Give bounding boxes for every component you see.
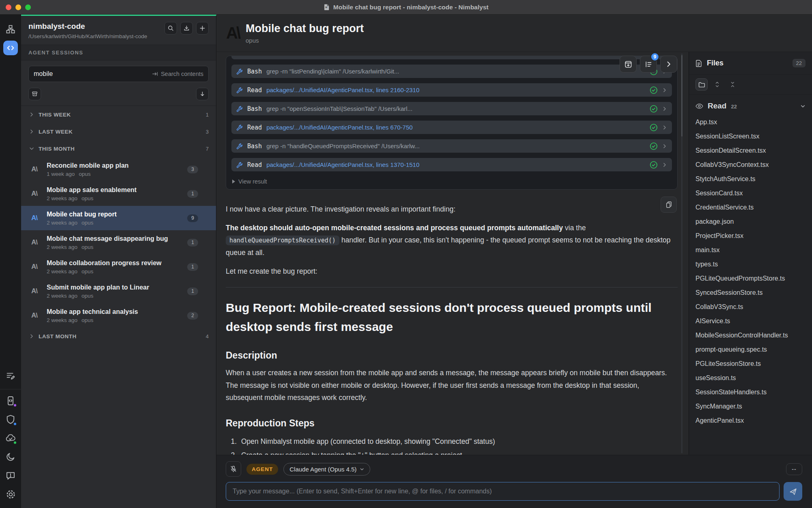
read-section-header[interactable]: Read 22 [689, 95, 812, 113]
file-row[interactable]: SyncManager.ts [695, 399, 806, 413]
queued-prompts-button[interactable]: 9 [640, 56, 657, 73]
chevron-down-icon [29, 146, 34, 151]
session-title: Mobile app sales enablement [47, 186, 181, 194]
save-result-button[interactable] [620, 56, 637, 73]
tool-file-link[interactable]: packages/.../UnifiedAI/AgenticPanel.tsx,… [266, 124, 645, 131]
session-title: Mobile app technical analysis [47, 308, 181, 316]
session-meta: 2 weeks agoopus [47, 244, 181, 250]
collapse-panel-button[interactable] [660, 56, 677, 73]
scrollbar-thumb[interactable] [681, 55, 682, 136]
session-list-item[interactable]: A\Mobile collaboration progress review2 … [21, 255, 216, 279]
chevron-right-icon[interactable] [662, 144, 667, 149]
shield-icon[interactable] [3, 412, 18, 427]
file-row[interactable]: CollabV3Sync.ts [695, 300, 806, 314]
composer-more-button[interactable]: -- [786, 463, 802, 475]
send-button[interactable] [784, 482, 802, 501]
gear-icon[interactable] [3, 487, 18, 502]
anthropic-logo-icon: A\ [31, 311, 41, 320]
chevron-right-icon[interactable] [662, 88, 667, 93]
collapse-all-button[interactable] [726, 78, 739, 91]
session-search-box[interactable]: Search contents [28, 66, 209, 82]
message-divider [226, 287, 678, 288]
session-list-item[interactable]: A\Mobile chat bug report2 weeks agoopus9 [21, 206, 216, 230]
file-row[interactable]: package.json [695, 214, 806, 229]
feedback-icon[interactable] [3, 468, 18, 483]
file-row[interactable]: PGLiteQueuedPromptsStore.ts [695, 271, 806, 285]
tool-row-clipped[interactable] [231, 56, 672, 59]
titlebar: M Mobile chat bug report - nimbalyst-cod… [0, 0, 812, 15]
session-group-row[interactable]: THIS WEEK1 [21, 106, 216, 123]
file-row[interactable]: SyncedSessionStore.ts [695, 285, 806, 300]
file-row[interactable]: App.tsx [695, 115, 806, 129]
session-group-row[interactable]: LAST MONTH4 [21, 328, 216, 345]
tool-file-link[interactable]: packages/.../UnifiedAI/AgenticPanel.tsx,… [266, 86, 645, 93]
session-meta: 2 weeks agoopus [47, 220, 181, 226]
bug-report-title: Bug Report: Mobile-created sessions don'… [226, 298, 678, 336]
chevron-right-icon[interactable] [662, 162, 667, 167]
session-list-item[interactable]: A\Reconcile mobile app plan1 week agoopu… [21, 157, 216, 182]
file-row[interactable]: SessionCard.tsx [695, 186, 806, 200]
chevron-down-icon[interactable] [800, 104, 806, 109]
file-row[interactable]: CollabV3SyncContext.tsx [695, 158, 806, 172]
file-row[interactable]: main.tsx [695, 243, 806, 257]
session-list-item[interactable]: A\Mobile chat message disappearing bug2 … [21, 230, 216, 255]
success-check-icon [650, 86, 658, 94]
archive-filter-button[interactable] [28, 88, 41, 100]
agent-mode-badge[interactable]: AGENT [246, 464, 278, 475]
file-row[interactable]: prompt-queueing.spec.ts [695, 342, 806, 357]
chevron-right-icon[interactable] [662, 106, 667, 111]
file-row[interactable]: SessionListScreen.tsx [695, 129, 806, 143]
session-group-row[interactable]: THIS MONTH7 [21, 140, 216, 157]
tool-call-row[interactable]: Readpackages/.../UnifiedAI/AgenticPanel.… [231, 121, 672, 134]
session-list-item[interactable]: A\Submit mobile app plan to Linear2 week… [21, 279, 216, 303]
zoom-window-button[interactable] [25, 4, 31, 10]
search-button[interactable] [164, 22, 177, 35]
tool-call-row[interactable]: Bashgrep -n "handleQueuedPromptsReceived… [231, 139, 672, 153]
file-row[interactable]: ProjectPicker.tsx [695, 229, 806, 243]
chevron-right-icon[interactable] [662, 125, 667, 130]
session-count-badge: 1 [187, 190, 198, 198]
model-selector[interactable]: Claude Agent (Opus 4.5) [283, 463, 370, 476]
code-panel-icon[interactable] [3, 41, 18, 55]
notes-edit-icon[interactable] [3, 369, 18, 383]
file-row[interactable]: SessionStateHandlers.ts [695, 385, 806, 399]
tool-call-row[interactable]: Bashgrep -rn "listPending\|claim" /Users… [231, 65, 672, 78]
session-group-row[interactable]: LAST WEEK3 [21, 123, 216, 140]
expand-all-button[interactable] [711, 78, 723, 91]
file-row[interactable]: CredentialService.ts [695, 200, 806, 214]
file-row[interactable]: AIService.ts [695, 314, 806, 328]
view-result-toggle[interactable]: View result [231, 178, 672, 185]
file-row[interactable]: useSession.ts [695, 371, 806, 385]
close-window-button[interactable] [6, 4, 11, 10]
mobile-code-icon[interactable] [3, 393, 18, 408]
file-row[interactable]: MobileSessionControlHandler.ts [695, 328, 806, 342]
file-row[interactable]: types.ts [695, 257, 806, 271]
minimize-window-button[interactable] [15, 4, 21, 10]
search-contents-hint[interactable]: Search contents [152, 71, 203, 77]
mic-off-button[interactable] [226, 461, 241, 477]
tool-call-row[interactable]: Readpackages/.../UnifiedAI/AgenticPanel.… [231, 158, 672, 171]
file-row[interactable]: PGLiteSessionStore.ts [695, 357, 806, 371]
workflow-icon[interactable] [3, 22, 18, 37]
session-list-item[interactable]: A\Mobile app technical analysis2 weeks a… [21, 303, 216, 328]
copy-message-button[interactable] [661, 197, 677, 213]
sort-order-button[interactable] [196, 88, 209, 100]
new-session-button[interactable] [196, 22, 209, 35]
anthropic-logo-icon: A\ [31, 238, 41, 246]
tool-call-row[interactable]: Readpackages/.../UnifiedAI/AgenticPanel.… [231, 83, 672, 97]
cloud-sync-icon[interactable] [3, 431, 18, 445]
file-row[interactable]: SessionDetailScreen.tsx [695, 143, 806, 158]
file-row[interactable]: StytchAuthService.ts [695, 172, 806, 186]
moon-icon[interactable] [3, 450, 18, 464]
group-by-folder-button[interactable] [695, 78, 708, 91]
message-input[interactable] [226, 482, 780, 501]
queued-count-badge: 9 [650, 52, 659, 61]
tool-file-link[interactable]: packages/.../UnifiedAI/AgenticPanel.tsx,… [266, 161, 645, 168]
tool-call-row[interactable]: Bashgrep -n "openSessionInTab\|SessionTa… [231, 102, 672, 115]
import-button[interactable] [180, 22, 193, 35]
file-row[interactable]: AgenticPanel.tsx [695, 413, 806, 428]
session-title: Submit mobile app plan to Linear [47, 284, 181, 291]
chevron-right-icon [29, 334, 34, 339]
session-list-item[interactable]: A\Mobile app sales enablement2 weeks ago… [21, 182, 216, 206]
session-search-input[interactable] [34, 70, 149, 78]
